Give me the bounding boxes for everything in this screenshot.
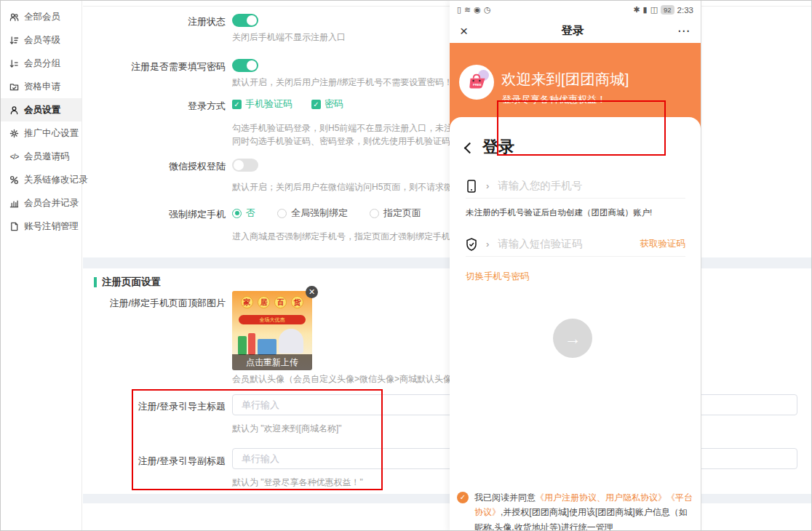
register-status-toggle[interactable] [232, 14, 258, 27]
sidebar-item-label: 全部会员 [24, 11, 60, 23]
need-password-help: 默认开启，关闭后用户注册/绑定手机号不需要设置密码！ [232, 76, 453, 89]
radio-label: 否 [246, 207, 255, 220]
sub-title-label: 注册/登录引导副标题 [83, 455, 226, 468]
file-icon [9, 221, 20, 232]
submit-arrow-button[interactable]: → [553, 319, 592, 358]
phone-number-row[interactable]: › 请输入您的手机号 [466, 174, 685, 199]
chevron-right-icon: › [486, 180, 489, 191]
product-umbrella [279, 329, 303, 354]
radio-global-bind[interactable]: 全局强制绑定 [277, 207, 348, 220]
alarm-icon: ◷ [484, 5, 491, 15]
sidebar-item-promotion-settings[interactable]: 推广中心设置 [1, 121, 81, 145]
sidebar-item-label: 关系链修改记录 [24, 174, 88, 186]
radio-no[interactable]: 否 [232, 207, 255, 220]
radio-label: 全局强制绑定 [291, 207, 348, 220]
battery-icon: ▮ [643, 5, 648, 15]
shield-icon [466, 238, 477, 251]
radio-dot [277, 209, 287, 218]
switch-login-mode-link[interactable]: 切换手机号密码 [466, 271, 530, 283]
default-avatar-help: 会员默认头像（会员自定义头像>微信头像>商城默认头像） [232, 373, 461, 386]
wechat-auth-toggle[interactable] [232, 159, 258, 172]
auto-create-note: 未注册的手机号验证后自动创建（团团商城）账户! [466, 207, 652, 218]
thumb-circle: 百 [274, 296, 287, 308]
sidebar-item-label: 账号注销管理 [24, 220, 79, 233]
sidebar-item-relation-log[interactable]: 关系链修改记录 [1, 168, 81, 191]
users-icon [9, 12, 20, 23]
chevron-right-icon: › [486, 239, 489, 249]
remove-image-icon[interactable]: ✕ [306, 286, 318, 298]
sidebar-item-merge-log[interactable]: 会员合并记录 [1, 191, 81, 215]
force-bind-label: 强制绑定手机 [83, 208, 226, 221]
statusbar-right-icons: ✱ ▮ ◫ 92 2:33 [633, 5, 693, 15]
statusbar-time: 2:33 [677, 6, 693, 15]
phone-nav-title: 登录 [562, 23, 584, 39]
gear-icon [9, 128, 20, 139]
sim-icon: ▯ [457, 5, 461, 15]
shop-avatar: FREE [459, 65, 494, 100]
section-divider [83, 494, 812, 503]
sidebar-item-all-members[interactable]: 全部会员 [1, 5, 81, 28]
checkbox-check-icon: ✓ [311, 100, 321, 109]
section-divider [83, 257, 812, 268]
phone-navbar: × 登录 ⋯ [450, 19, 701, 43]
agreement-suffix: ,并授权[团团商城]使用该[团团商城]账户信息（如昵称,头像,收货地址等)进行统… [474, 507, 688, 531]
welcome-title: 欢迎来到[团团商城] [501, 69, 629, 89]
welcome-subtitle: 登录尽享各种优惠权益！ [502, 93, 606, 106]
arrow-right-icon: → [565, 329, 581, 348]
more-menu-icon[interactable]: ⋯ [677, 23, 690, 39]
login-method-checkboxes: ✓ 手机验证码 ✓ 密码 [232, 97, 343, 111]
need-password-toggle[interactable] [232, 59, 258, 72]
checkbox-label: 密码 [325, 97, 343, 111]
login-card: 登录 › 请输入您的手机号 未注册的手机号验证后自动创建（团团商城）账户! › … [450, 117, 701, 531]
sidebar-item-qualification[interactable]: 资格申请 [1, 75, 81, 98]
radio-dot [370, 209, 379, 218]
login-method-label: 登录方式 [83, 100, 226, 113]
agreement-text: 我已阅读并同意《用户注册协议、用户隐私协议》《平台协议》,并授权[团团商城]使用… [474, 490, 694, 531]
sidebar-item-member-level[interactable]: 会员等级 [1, 28, 81, 52]
radio-specified-page[interactable]: 指定页面 [370, 207, 421, 220]
user-icon [9, 105, 20, 116]
checkbox-check-icon: ✓ [232, 100, 242, 109]
sms-input-placeholder[interactable]: 请输入短信验证码 [498, 237, 631, 251]
content-top-border [83, 6, 812, 7]
agreement-check-icon[interactable]: ✓ [457, 492, 469, 503]
checkbox-sms-code[interactable]: ✓ 手机验证码 [232, 97, 292, 111]
sidebar-item-member-settings[interactable]: 会员设置 [1, 98, 81, 121]
product-bottle [238, 336, 247, 355]
back-chevron-icon[interactable] [464, 142, 476, 153]
eye-icon: ◉ [474, 5, 481, 15]
phone-input-placeholder[interactable]: 请输入您的手机号 [498, 179, 685, 193]
login-heading: 登录 [466, 136, 514, 158]
folder-check-icon [9, 81, 20, 92]
sidebar-item-label: 会员等级 [24, 34, 60, 47]
checkbox-password[interactable]: ✓ 密码 [311, 97, 343, 111]
vibrate-icon: ◫ [650, 5, 658, 15]
sidebar-item-label: 推广中心设置 [24, 127, 79, 140]
wechat-auth-label: 微信授权登陆 [83, 160, 226, 173]
thumb-circle: 居 [258, 296, 270, 308]
bluetooth-icon: ✱ [633, 5, 640, 15]
agreement-prefix: 我已阅读并同意 [474, 492, 536, 503]
thumb-circle: 货 [291, 296, 303, 308]
toggle-knob [247, 60, 257, 71]
sidebar-item-member-group[interactable]: 会员分组 [1, 52, 81, 75]
radio-label: 指定页面 [383, 207, 421, 220]
get-code-button[interactable]: 获取验证码 [640, 238, 686, 250]
sidebar-item-account-cancel[interactable]: 账号注销管理 [1, 215, 81, 238]
sidebar-item-invite-code[interactable]: </> 会员邀请码 [1, 145, 81, 168]
need-password-label: 注册是否需要填写密码 [83, 60, 226, 73]
register-status-help: 关闭后手机端不显示注册入口 [232, 31, 346, 44]
login-heading-text: 登录 [482, 136, 514, 158]
sidebar-item-label: 资格申请 [24, 81, 60, 93]
thumb-circle: 家 [241, 296, 253, 308]
force-bind-radios: 否 全局强制绑定 指定页面 [232, 207, 421, 220]
reupload-overlay[interactable]: 点击重新上传 [232, 354, 312, 370]
register-status-label: 注册状态 [83, 15, 226, 28]
toggle-knob [234, 160, 244, 170]
close-icon[interactable]: × [460, 24, 468, 38]
sms-code-row[interactable]: › 请输入短信验证码 获取验证码 [466, 232, 685, 257]
top-image-upload[interactable]: 家 居 百 货 全场大优惠 点击重新上传 [232, 291, 312, 370]
sidebar-item-label: 会员合并记录 [24, 197, 79, 209]
checkbox-label: 手机验证码 [245, 97, 292, 111]
admin-page: 全部会员 会员等级 会员分组 资格申请 会员设置 推广中心设置 </> 会员邀请… [0, 0, 812, 531]
